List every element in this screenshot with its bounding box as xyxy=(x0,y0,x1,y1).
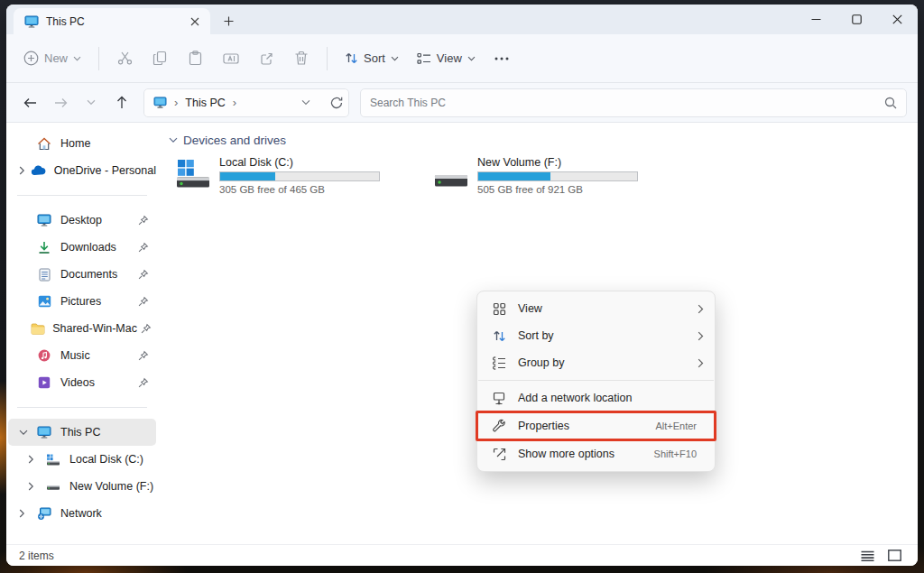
collapse-chevron-icon[interactable] xyxy=(19,430,35,436)
home-icon xyxy=(35,137,53,151)
menu-item-properties[interactable]: Properties Alt+Enter xyxy=(477,411,715,440)
grid-view-icon xyxy=(491,302,507,316)
drive-name: Local Disk (C:) xyxy=(219,156,380,169)
item-count: 2 items xyxy=(19,550,54,562)
address-dropdown-chevron[interactable] xyxy=(301,99,310,106)
expand-chevron-icon[interactable] xyxy=(28,482,44,491)
folder-icon xyxy=(31,323,45,335)
tab-this-pc[interactable]: This PC xyxy=(14,8,210,34)
drive-usage-bar xyxy=(219,171,380,181)
tab-title: This PC xyxy=(46,15,180,28)
minimize-button[interactable] xyxy=(796,5,836,34)
close-button[interactable] xyxy=(877,5,918,34)
system-drive-icon xyxy=(175,156,211,192)
sidebar-item-this-pc[interactable]: This PC xyxy=(8,419,156,446)
tab-bar: This PC xyxy=(6,5,918,34)
sidebar-item-home[interactable]: Home xyxy=(8,130,156,157)
tab-close-icon[interactable] xyxy=(187,14,203,30)
search-box[interactable] xyxy=(360,88,907,117)
cut-button[interactable] xyxy=(108,43,142,73)
sidebar-item-label: Home xyxy=(60,137,156,150)
pin-icon xyxy=(131,269,154,281)
share-button[interactable] xyxy=(250,43,283,73)
sidebar-item-local-disk-c[interactable]: Local Disk (C:) xyxy=(8,446,156,473)
search-icon[interactable] xyxy=(884,97,897,109)
menu-item-group-by[interactable]: Group by xyxy=(477,349,715,376)
drive-free-space: 505 GB free of 921 GB xyxy=(477,184,638,195)
group-header-devices-and-drives[interactable]: Devices and drives xyxy=(163,134,918,147)
sidebar-item-label: Pictures xyxy=(60,295,131,308)
sidebar-item-pictures[interactable]: Pictures xyxy=(8,288,156,315)
sidebar-item-music[interactable]: Music xyxy=(8,342,156,369)
sidebar-item-label: Downloads xyxy=(60,241,131,254)
new-button-label: New xyxy=(44,51,68,65)
recent-locations-chevron[interactable] xyxy=(79,90,104,116)
drive-icon xyxy=(44,481,62,493)
plus-circle-icon xyxy=(23,51,39,66)
search-input[interactable] xyxy=(370,97,877,109)
menu-item-sort-by[interactable]: Sort by xyxy=(477,322,715,349)
sidebar-item-documents[interactable]: Documents xyxy=(8,261,156,288)
view-button[interactable]: View xyxy=(409,45,484,71)
menu-item-label: Group by xyxy=(518,356,684,369)
sort-button[interactable]: Sort xyxy=(337,45,407,71)
sidebar-item-videos[interactable]: Videos xyxy=(8,369,156,396)
onedrive-cloud-icon xyxy=(31,165,47,176)
paste-button[interactable] xyxy=(179,43,212,73)
drive-item-local-disk-c[interactable]: Local Disk (C:) 305 GB free of 465 GB xyxy=(175,156,380,195)
menu-item-add-network-location[interactable]: Add a network location xyxy=(477,384,715,411)
new-button[interactable]: New xyxy=(15,44,89,72)
pin-icon xyxy=(131,242,154,254)
breadcrumb-item[interactable]: This PC xyxy=(185,97,225,109)
pin-icon xyxy=(131,296,154,308)
drive-usage-fill xyxy=(478,172,550,180)
more-options-button[interactable] xyxy=(485,50,518,68)
breadcrumb-separator: › xyxy=(172,96,180,109)
status-bar: 2 items xyxy=(6,544,918,566)
sidebar-item-label: Music xyxy=(60,349,131,362)
system-drive-icon xyxy=(44,454,62,466)
rename-button[interactable] xyxy=(214,44,248,73)
copy-button[interactable] xyxy=(143,43,177,73)
delete-button[interactable] xyxy=(285,43,318,73)
sidebar-item-onedrive[interactable]: OneDrive - Personal xyxy=(8,157,156,184)
group-by-list-icon xyxy=(491,356,507,370)
large-icons-view-icon[interactable] xyxy=(883,547,905,565)
navigation-pane: Home OneDrive - Personal Desktop xyxy=(6,123,158,544)
wrench-icon xyxy=(491,419,507,433)
menu-item-view[interactable]: View xyxy=(477,295,715,322)
sort-arrows-icon xyxy=(491,329,507,343)
menu-item-label: Add a network location xyxy=(518,392,706,404)
sidebar-item-network[interactable]: Network xyxy=(8,500,156,527)
submenu-chevron-icon xyxy=(695,331,706,341)
sidebar-item-shared-win-mac[interactable]: Shared-Win-Mac xyxy=(8,315,156,342)
breadcrumb-separator[interactable]: › xyxy=(231,96,238,109)
drive-usage-bar xyxy=(477,171,638,181)
sidebar-divider xyxy=(17,407,147,408)
sidebar-item-label: Videos xyxy=(60,376,131,389)
sidebar-item-new-volume-f[interactable]: New Volume (F:) xyxy=(8,473,156,500)
refresh-icon[interactable] xyxy=(330,97,343,109)
sidebar-item-desktop[interactable]: Desktop xyxy=(8,207,156,234)
details-view-icon[interactable] xyxy=(856,547,878,565)
chevron-down-icon xyxy=(73,56,81,61)
back-button[interactable] xyxy=(17,90,42,116)
forward-button[interactable] xyxy=(48,90,73,116)
pictures-icon xyxy=(35,295,53,308)
drive-item-new-volume-f[interactable]: New Volume (F:) 505 GB free of 921 GB xyxy=(433,156,638,195)
new-tab-button[interactable] xyxy=(216,9,241,32)
maximize-button[interactable] xyxy=(836,5,877,34)
breadcrumb[interactable]: › This PC › xyxy=(143,88,349,117)
up-button[interactable] xyxy=(109,90,134,116)
menu-item-shortcut: Alt+Enter xyxy=(655,421,697,431)
menu-item-show-more-options[interactable]: Show more options Shift+F10 xyxy=(477,440,715,467)
expand-chevron-icon[interactable] xyxy=(19,166,31,175)
pin-icon xyxy=(131,377,154,389)
expand-chevron-icon[interactable] xyxy=(19,509,35,518)
chevron-down-icon xyxy=(391,56,399,61)
expand-chevron-icon[interactable] xyxy=(28,455,44,464)
desktop-icon xyxy=(35,214,53,226)
sidebar-item-downloads[interactable]: Downloads xyxy=(8,234,156,261)
toolbar-divider xyxy=(327,47,328,70)
music-icon xyxy=(35,349,53,362)
